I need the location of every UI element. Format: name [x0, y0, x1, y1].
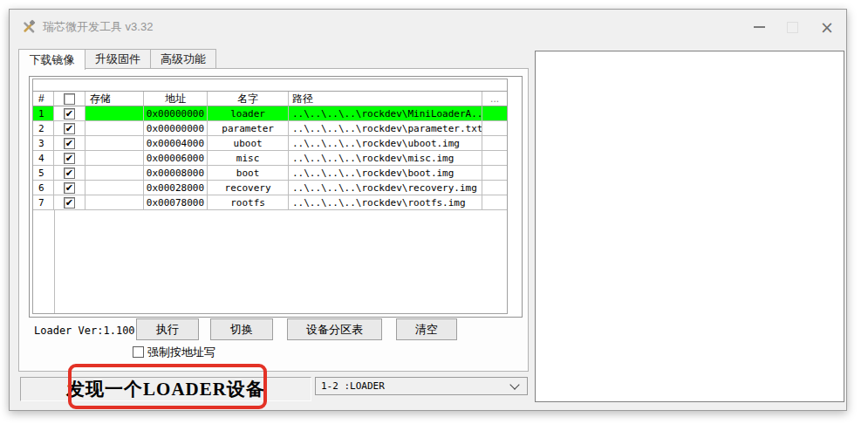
table-body: 1✔0x00000000loader..\..\..\..\rockdev\Mi… [33, 106, 507, 210]
app-window: 瑞芯微开发工具 v3.32 × 下载镜像 升级固件 高级功能 # 存储 地址 名… [9, 9, 847, 411]
status-message: 发现一个LOADER设备 [66, 377, 265, 401]
row-1-cell-2 [85, 106, 144, 121]
row-5-cell-1[interactable]: ✔ [54, 166, 85, 181]
row-3-cell-3: 0x00004000 [144, 136, 208, 151]
row-2-cell-2 [85, 121, 144, 136]
row-3-cell-0: 3 [33, 136, 54, 151]
index-column-divider [54, 210, 55, 313]
row-5-cell-6 [482, 166, 507, 181]
row-2-cell-5: ..\..\..\..\rockdev\parameter.txt [289, 121, 482, 136]
header-index: # [33, 92, 54, 106]
status-panel: 发现一个LOADER设备 [20, 377, 311, 401]
row-4-cell-0: 4 [33, 151, 54, 166]
window-title: 瑞芯微开发工具 v3.32 [43, 10, 153, 44]
row-checkbox[interactable]: ✔ [64, 168, 75, 179]
row-7-cell-6 [482, 195, 507, 210]
row-checkbox[interactable]: ✔ [64, 153, 75, 164]
device-partition-table-button[interactable]: 设备分区表 [287, 318, 382, 340]
header-more: ... [482, 92, 507, 106]
row-5-cell-4: boot [208, 166, 289, 181]
row-checkbox[interactable]: ✔ [64, 182, 75, 194]
row-5-cell-0: 5 [33, 166, 54, 181]
header-checkbox-cell[interactable] [54, 92, 85, 106]
row-5-cell-2 [85, 166, 144, 181]
header-address: 地址 [144, 92, 208, 106]
row-7-cell-3: 0x00078000 [144, 195, 208, 210]
row-4-cell-5: ..\..\..\..\rockdev\misc.img [289, 151, 482, 166]
row-2-cell-1[interactable]: ✔ [54, 121, 85, 136]
row-7-cell-4: rootfs [208, 195, 289, 210]
row-4-cell-1[interactable]: ✔ [54, 151, 85, 166]
row-6-cell-3: 0x00028000 [144, 181, 208, 195]
header-path: 路径 [289, 92, 482, 106]
row-checkbox[interactable]: ✔ [64, 108, 75, 120]
row-6-cell-4: recovery [208, 181, 289, 195]
row-checkbox[interactable]: ✔ [64, 197, 75, 209]
run-button[interactable]: 执行 [136, 318, 199, 340]
row-7-cell-0: 7 [33, 195, 54, 210]
grid-top-strip [33, 79, 507, 92]
partition-table: # 存储 地址 名字 路径 ... 1✔0x00000000loader..\.… [32, 79, 508, 314]
table-header-row: # 存储 地址 名字 路径 ... [33, 92, 507, 106]
row-5-cell-5: ..\..\..\..\rockdev\boot.img [289, 166, 482, 181]
row-1-cell-1[interactable]: ✔ [54, 106, 85, 121]
row-2-cell-4: parameter [208, 121, 289, 136]
log-panel [535, 51, 844, 402]
minimize-button[interactable] [742, 10, 776, 44]
header-storage: 存储 [85, 92, 144, 106]
row-1-cell-4: loader [208, 106, 289, 121]
header-name: 名字 [208, 92, 289, 106]
tab-upgrade-firmware[interactable]: 升级固件 [85, 49, 151, 69]
chevron-down-icon [509, 380, 519, 389]
table-row[interactable]: 7✔0x00078000rootfs..\..\..\..\rockdev\ro… [33, 195, 507, 210]
tab-download-image[interactable]: 下载镜像 [18, 49, 85, 70]
row-3-cell-4: uboot [208, 136, 289, 151]
close-icon: × [820, 19, 834, 36]
row-1-cell-6 [482, 106, 507, 121]
row-1-cell-0: 1 [33, 106, 54, 121]
row-6-cell-6 [482, 181, 507, 195]
row-3-cell-1[interactable]: ✔ [54, 136, 85, 151]
force-write-label: 强制按地址写 [147, 345, 215, 360]
table-row[interactable]: 5✔0x00008000boot..\..\..\..\rockdev\boot… [33, 166, 507, 181]
force-write-checkbox[interactable] [133, 346, 144, 358]
table-row[interactable]: 1✔0x00000000loader..\..\..\..\rockdev\Mi… [33, 106, 507, 121]
row-6-cell-0: 6 [33, 181, 54, 195]
clear-button[interactable]: 清空 [396, 318, 457, 340]
switch-button[interactable]: 切换 [210, 318, 273, 340]
table-row[interactable]: 3✔0x00004000uboot..\..\..\..\rockdev\ubo… [33, 136, 507, 151]
table-row[interactable]: 2✔0x00000000parameter..\..\..\..\rockdev… [33, 121, 507, 136]
tab-advanced-function[interactable]: 高级功能 [150, 49, 216, 69]
device-select-dropdown[interactable]: 1-2 :LOADER [315, 377, 528, 395]
title-bar: 瑞芯微开发工具 v3.32 × [10, 10, 846, 44]
row-2-cell-3: 0x00000000 [144, 121, 208, 136]
row-checkbox[interactable]: ✔ [64, 138, 75, 149]
row-4-cell-3: 0x00006000 [144, 151, 208, 166]
row-checkbox[interactable]: ✔ [64, 123, 75, 134]
minimize-icon [754, 26, 765, 28]
row-7-cell-5: ..\..\..\..\rockdev\rootfs.img [289, 195, 482, 210]
force-write-row[interactable]: 强制按地址写 [133, 345, 215, 359]
row-4-cell-2 [85, 151, 144, 166]
maximize-icon [787, 22, 798, 33]
row-6-cell-2 [85, 181, 144, 195]
row-1-cell-3: 0x00000000 [144, 106, 208, 121]
row-6-cell-5: ..\..\..\..\rockdev\recovery.img [289, 181, 482, 195]
row-2-cell-6 [482, 121, 507, 136]
device-select-value: 1-2 :LOADER [316, 380, 511, 392]
row-6-cell-1[interactable]: ✔ [54, 181, 85, 195]
row-7-cell-2 [85, 195, 144, 210]
row-3-cell-2 [85, 136, 144, 151]
row-4-cell-4: misc [208, 151, 289, 166]
table-row[interactable]: 6✔0x00028000recovery..\..\..\..\rockdev\… [33, 181, 507, 195]
close-button[interactable]: × [810, 10, 844, 44]
select-all-checkbox[interactable] [64, 93, 75, 105]
table-row[interactable]: 4✔0x00006000misc..\..\..\..\rockdev\misc… [33, 151, 507, 166]
row-2-cell-0: 2 [33, 121, 54, 136]
row-7-cell-1[interactable]: ✔ [54, 195, 85, 210]
row-5-cell-3: 0x00008000 [144, 166, 208, 181]
row-3-cell-5: ..\..\..\..\rockdev\uboot.img [289, 136, 482, 151]
row-1-cell-5: ..\..\..\..\rockdev\MiniLoaderA... [289, 106, 482, 121]
maximize-button[interactable] [775, 10, 810, 44]
row-4-cell-6 [482, 151, 507, 166]
